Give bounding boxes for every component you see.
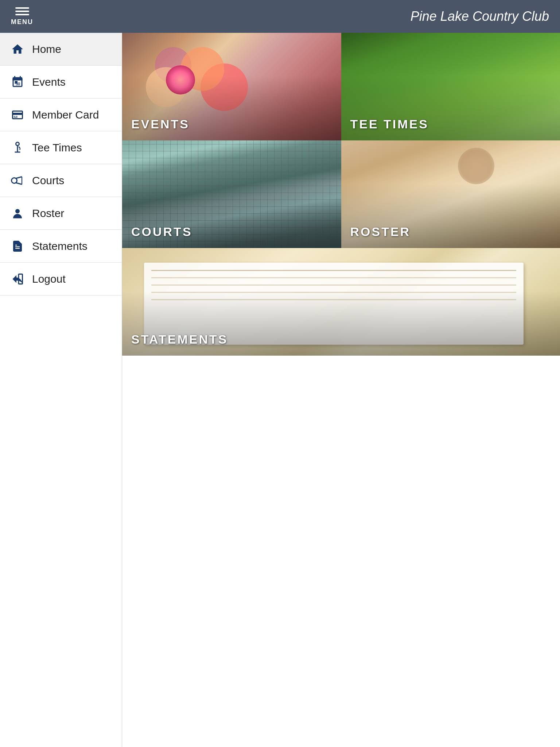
svg-line-10: [16, 183, 22, 185]
tile-statements[interactable]: STATEMENTS: [122, 248, 560, 356]
tile-courts-label: COURTS: [131, 225, 192, 239]
sidebar-item-courts[interactable]: Courts: [0, 164, 122, 197]
app-header: MENU Pine Lake Country Club: [0, 0, 560, 33]
sidebar-item-logout-label: Logout: [32, 273, 66, 285]
menu-label: MENU: [11, 18, 33, 26]
sidebar: Home 30 Events Member Card: [0, 33, 122, 747]
svg-point-5: [16, 142, 19, 146]
svg-point-12: [15, 209, 20, 213]
sidebar-item-statements-label: Statements: [32, 240, 88, 252]
svg-rect-4: [13, 117, 18, 118]
sidebar-item-member-card-label: Member Card: [32, 109, 99, 121]
svg-line-9: [16, 177, 22, 178]
tile-roster-label: ROSTER: [350, 225, 411, 239]
courts-icon: [9, 172, 26, 189]
sidebar-item-events[interactable]: 30 Events: [0, 66, 122, 98]
logout-icon: [9, 271, 26, 287]
sidebar-item-statements[interactable]: Statements: [0, 230, 122, 263]
home-icon: [9, 41, 26, 57]
sidebar-item-logout[interactable]: Logout: [0, 263, 122, 295]
svg-rect-2: [13, 116, 15, 117]
tile-roster[interactable]: ROSTER: [341, 140, 560, 248]
menu-button[interactable]: MENU: [11, 7, 33, 26]
tee-icon: [9, 139, 26, 156]
sidebar-item-home-label: Home: [32, 43, 61, 55]
svg-rect-3: [16, 116, 18, 117]
sidebar-item-member-card[interactable]: Member Card: [0, 98, 122, 131]
tile-teetimes-label: TEE TIMES: [350, 117, 429, 131]
sidebar-item-tee-times-label: Tee Times: [32, 142, 82, 154]
svg-rect-0: [12, 79, 22, 81]
sidebar-item-tee-times[interactable]: Tee Times: [0, 131, 122, 164]
tile-events[interactable]: EVENTS: [122, 33, 341, 140]
sidebar-item-roster-label: Roster: [32, 207, 64, 220]
menu-bar-1: [15, 7, 29, 9]
calendar-icon: 30: [9, 74, 26, 90]
roster-icon: [9, 205, 26, 221]
menu-bar-3: [15, 14, 29, 15]
tile-courts[interactable]: COURTS: [122, 140, 341, 248]
tile-statements-label: STATEMENTS: [131, 332, 228, 347]
svg-text:30: 30: [16, 82, 20, 86]
sidebar-item-courts-label: Courts: [32, 174, 64, 187]
main-layout: Home 30 Events Member Card: [0, 33, 560, 747]
card-icon: [9, 107, 26, 123]
statements-icon: [9, 238, 26, 254]
tile-events-label: EVENTS: [131, 117, 190, 131]
sidebar-item-events-label: Events: [32, 76, 66, 88]
tile-tee-times[interactable]: TEE TIMES: [341, 33, 560, 140]
sidebar-item-home[interactable]: Home: [0, 33, 122, 66]
content-area: EVENTS TEE TIMES COURTS ROSTER STATEMENT…: [122, 33, 560, 747]
club-title: Pine Lake Country Club: [411, 9, 549, 24]
sidebar-item-roster[interactable]: Roster: [0, 197, 122, 230]
menu-bar-2: [15, 11, 29, 12]
